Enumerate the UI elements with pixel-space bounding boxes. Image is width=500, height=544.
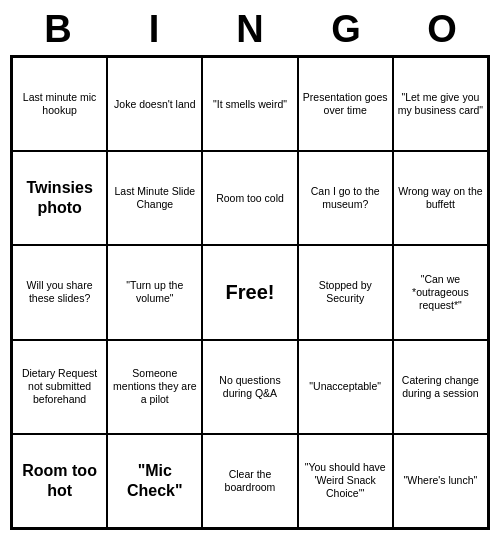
- bingo-title: B I N G O: [10, 8, 490, 51]
- bingo-cell: "It smells weird": [202, 57, 297, 151]
- bingo-cell: "You should have 'Weird Snack Choice'": [298, 434, 393, 528]
- bingo-cell: Clear the boardroom: [202, 434, 297, 528]
- bingo-cell: Room too hot: [12, 434, 107, 528]
- bingo-cell: "Turn up the volume": [107, 245, 202, 339]
- bingo-cell: Wrong way on the buffett: [393, 151, 488, 245]
- letter-g: G: [301, 8, 391, 51]
- bingo-cell: Twinsies photo: [12, 151, 107, 245]
- bingo-cell: Stopped by Security: [298, 245, 393, 339]
- bingo-cell: Room too cold: [202, 151, 297, 245]
- bingo-cell: Someone mentions they are a pilot: [107, 340, 202, 434]
- letter-o: O: [397, 8, 487, 51]
- bingo-cell: Catering change during a session: [393, 340, 488, 434]
- bingo-cell: "Mic Check": [107, 434, 202, 528]
- bingo-cell: Last minute mic hookup: [12, 57, 107, 151]
- letter-b: B: [13, 8, 103, 51]
- bingo-cell: Can I go to the museum?: [298, 151, 393, 245]
- bingo-cell: Presentation goes over time: [298, 57, 393, 151]
- bingo-cell: "Can we *outrageous request*": [393, 245, 488, 339]
- bingo-cell: Free!: [202, 245, 297, 339]
- bingo-cell: Last Minute Slide Change: [107, 151, 202, 245]
- bingo-grid: Last minute mic hookupJoke doesn't land"…: [10, 55, 490, 530]
- bingo-cell: No questions during Q&A: [202, 340, 297, 434]
- bingo-cell: Joke doesn't land: [107, 57, 202, 151]
- bingo-cell: Dietary Request not submitted beforehand: [12, 340, 107, 434]
- letter-n: N: [205, 8, 295, 51]
- bingo-cell: Will you share these slides?: [12, 245, 107, 339]
- bingo-cell: "Let me give you my business card": [393, 57, 488, 151]
- bingo-cell: "Unacceptable": [298, 340, 393, 434]
- bingo-cell: "Where's lunch": [393, 434, 488, 528]
- letter-i: I: [109, 8, 199, 51]
